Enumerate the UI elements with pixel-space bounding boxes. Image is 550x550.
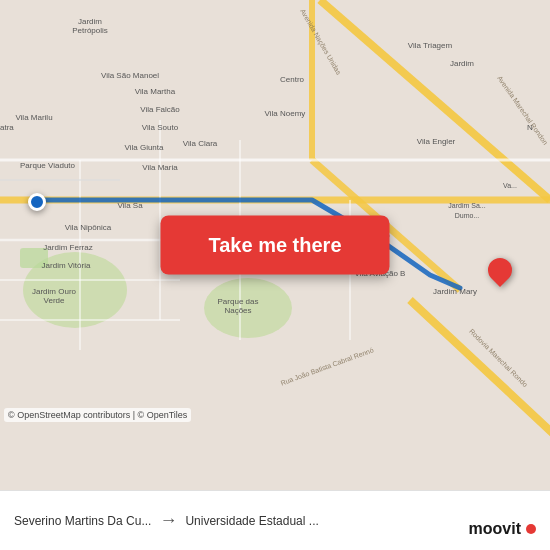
- svg-text:Va...: Va...: [503, 182, 517, 189]
- svg-text:atra: atra: [0, 123, 14, 132]
- svg-text:Jardim Mary: Jardim Mary: [433, 287, 477, 296]
- bottom-bar: Severino Martins Da Cu... → Universidade…: [0, 490, 550, 550]
- svg-text:Nações: Nações: [224, 306, 251, 315]
- moovit-logo: moovit: [469, 520, 536, 538]
- svg-text:Vila Engler: Vila Engler: [417, 137, 456, 146]
- svg-text:Parque das: Parque das: [218, 297, 259, 306]
- svg-text:Jardim Ouro: Jardim Ouro: [32, 287, 77, 296]
- route-to: Universidade Estadual ...: [185, 514, 318, 528]
- svg-text:Vila Triagem: Vila Triagem: [408, 41, 453, 50]
- svg-text:Petrópolis: Petrópolis: [72, 26, 108, 35]
- arrow-icon: →: [159, 510, 177, 531]
- svg-text:Parque Viaduto: Parque Viaduto: [20, 161, 76, 170]
- svg-text:N: N: [527, 123, 533, 132]
- svg-text:Vila Nipônica: Vila Nipônica: [65, 223, 112, 232]
- svg-text:Jardim: Jardim: [78, 17, 102, 26]
- svg-text:Vila Souto: Vila Souto: [142, 123, 179, 132]
- svg-text:Vila Marilu: Vila Marilu: [15, 113, 52, 122]
- svg-text:Vila Sa: Vila Sa: [117, 201, 143, 210]
- svg-text:Centro: Centro: [280, 75, 305, 84]
- svg-text:Vila Falcão: Vila Falcão: [140, 105, 180, 114]
- destination-marker: [488, 258, 512, 284]
- take-me-there-button[interactable]: Take me there: [160, 216, 389, 275]
- svg-text:Jardim Vitória: Jardim Vitória: [42, 261, 91, 270]
- svg-text:Vila Noemy: Vila Noemy: [265, 109, 306, 118]
- svg-text:Vila Martha: Vila Martha: [135, 87, 176, 96]
- svg-text:Vila São Manoel: Vila São Manoel: [101, 71, 159, 80]
- svg-text:Verde: Verde: [44, 296, 65, 305]
- route-arrow: →: [151, 510, 185, 531]
- moovit-dot-icon: [526, 524, 536, 534]
- route-from: Severino Martins Da Cu...: [14, 514, 151, 528]
- svg-text:Jardim: Jardim: [450, 59, 474, 68]
- map-container: Avenida Nações Unidas Avenida Marechal R…: [0, 0, 550, 490]
- moovit-brand-text: moovit: [469, 520, 521, 538]
- route-to-label: Universidade Estadual ...: [185, 514, 318, 528]
- route-from-label: Severino Martins Da Cu...: [14, 514, 151, 528]
- svg-text:Vila Clara: Vila Clara: [183, 139, 218, 148]
- svg-text:Dumo...: Dumo...: [455, 212, 480, 219]
- svg-text:Jardim Ferraz: Jardim Ferraz: [43, 243, 92, 252]
- svg-text:Vila Maria: Vila Maria: [142, 163, 178, 172]
- origin-marker: [28, 193, 46, 211]
- svg-text:Vila Giunta: Vila Giunta: [125, 143, 165, 152]
- svg-text:Jardim Sa...: Jardim Sa...: [448, 202, 485, 209]
- map-attribution: © OpenStreetMap contributors | © OpenTil…: [4, 408, 191, 422]
